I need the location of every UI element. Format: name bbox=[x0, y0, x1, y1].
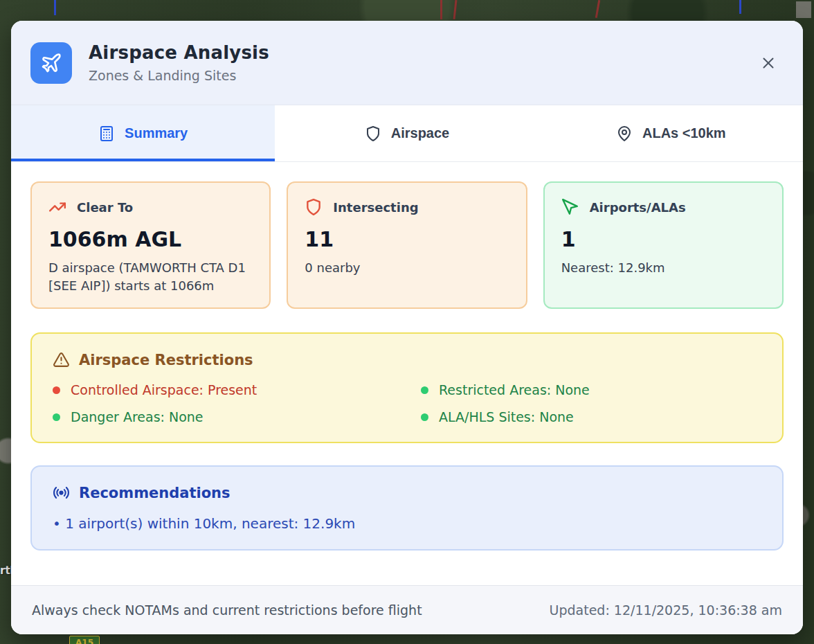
map-road-line bbox=[440, 0, 442, 19]
plane-icon bbox=[30, 42, 72, 84]
dialog-subtitle: Zones & Landing Sites bbox=[89, 68, 269, 83]
airspace-restrictions-panel: Airspace Restrictions Controlled Airspac… bbox=[30, 332, 784, 443]
card-label: Airports/ALAs bbox=[590, 200, 686, 215]
map-river-line bbox=[739, 0, 741, 14]
x-icon bbox=[759, 54, 777, 72]
intersecting-card: Intersecting 11 0 nearby bbox=[287, 181, 527, 309]
card-description: D airspace (TAMWORTH CTA D1 [SEE AIP]) s… bbox=[48, 259, 253, 295]
broadcast-icon bbox=[53, 484, 70, 501]
card-label: Clear To bbox=[77, 200, 133, 215]
tab-summary[interactable]: Summary bbox=[11, 105, 275, 161]
airports-alas-card: Airports/ALAs 1 Nearest: 12.9km bbox=[543, 181, 784, 309]
status-dot bbox=[53, 413, 60, 421]
airspace-analysis-dialog: Airspace Analysis Zones & Landing Sites bbox=[11, 21, 803, 634]
map-road-badge: A15 bbox=[69, 636, 100, 644]
tab-bar: Summary Airspace ALAs <10km bbox=[11, 105, 803, 162]
footer-note: Always check NOTAMs and current restrict… bbox=[32, 602, 422, 618]
card-value: 11 bbox=[305, 227, 509, 251]
restriction-item-controlled-airspace: Controlled Airspace: Present bbox=[53, 382, 393, 397]
summary-tab-content: Clear To 1066m AGL D airspace (TAMWORTH … bbox=[11, 162, 803, 585]
status-dot bbox=[421, 386, 428, 394]
recommendation-item: 1 airport(s) within 10km, nearest: 12.9k… bbox=[53, 515, 761, 532]
footer-updated-timestamp: Updated: 12/11/2025, 10:36:38 am bbox=[550, 602, 782, 618]
status-dot bbox=[53, 386, 60, 394]
restriction-item-restricted-areas: Restricted Areas: None bbox=[421, 382, 761, 397]
restriction-item-danger-areas: Danger Areas: None bbox=[53, 409, 393, 424]
tab-airspace-label: Airspace bbox=[391, 125, 450, 141]
restriction-item-ala-hls-sites: ALA/HLS Sites: None bbox=[421, 409, 761, 424]
header-text: Airspace Analysis Zones & Landing Sites bbox=[89, 42, 269, 83]
calculator-icon bbox=[98, 125, 115, 142]
tab-alas-label: ALAs <10km bbox=[642, 125, 726, 141]
card-description: Nearest: 12.9km bbox=[561, 259, 766, 277]
card-label: Intersecting bbox=[333, 200, 418, 215]
dialog-title: Airspace Analysis bbox=[89, 42, 269, 63]
close-button[interactable] bbox=[754, 49, 782, 77]
warning-triangle-icon bbox=[53, 351, 70, 368]
status-dot bbox=[421, 413, 428, 421]
dialog-header: Airspace Analysis Zones & Landing Sites bbox=[11, 21, 803, 105]
restrictions-title: Airspace Restrictions bbox=[79, 352, 253, 368]
card-description: 0 nearby bbox=[305, 259, 509, 277]
navigation-icon bbox=[561, 198, 579, 216]
recommendations-title: Recommendations bbox=[79, 485, 230, 501]
trending-up-icon bbox=[48, 198, 66, 216]
tab-summary-label: Summary bbox=[125, 125, 188, 141]
map-pin-icon bbox=[616, 125, 633, 142]
clear-to-card: Clear To 1066m AGL D airspace (TAMWORTH … bbox=[30, 181, 271, 309]
shield-icon bbox=[365, 125, 381, 142]
tab-airspace[interactable]: Airspace bbox=[275, 105, 539, 161]
card-value: 1 bbox=[561, 227, 766, 251]
dialog-footer: Always check NOTAMs and current restrict… bbox=[11, 585, 803, 634]
tab-alas[interactable]: ALAs <10km bbox=[539, 105, 803, 161]
shield-icon bbox=[305, 198, 323, 216]
map-building-patch bbox=[796, 1, 811, 18]
map-river-line bbox=[54, 0, 56, 15]
card-value: 1066m AGL bbox=[48, 227, 253, 251]
restrictions-list: Controlled Airspace: Present Restricted … bbox=[53, 382, 761, 424]
stat-cards-row: Clear To 1066m AGL D airspace (TAMWORTH … bbox=[30, 181, 784, 309]
recommendations-panel: Recommendations 1 airport(s) within 10km… bbox=[30, 465, 784, 551]
